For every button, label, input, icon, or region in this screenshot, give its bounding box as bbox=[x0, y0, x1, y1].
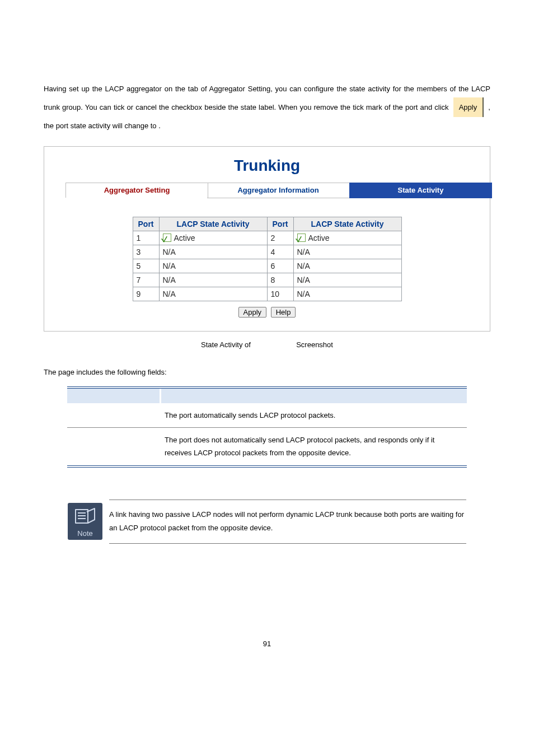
ft-head-object bbox=[67, 388, 160, 403]
inline-apply-button: Apply bbox=[453, 97, 484, 117]
th-port-a: Port bbox=[133, 217, 159, 231]
th-activity-a: LACP State Activity bbox=[159, 217, 267, 231]
ft-desc-passive: The port does not automatically send LAC… bbox=[160, 427, 467, 466]
th-port-b: Port bbox=[267, 217, 293, 231]
intro-pre: Having set up the LACP aggregator on the… bbox=[44, 85, 490, 111]
intro-paragraph: Having set up the LACP aggregator on the… bbox=[44, 80, 490, 135]
activity-cell: N/A bbox=[293, 245, 401, 259]
port-cell: 8 bbox=[267, 273, 293, 287]
port-cell: 4 bbox=[267, 245, 293, 259]
port-cell: 6 bbox=[267, 259, 293, 273]
table-row: 1Active2Active bbox=[133, 231, 401, 245]
caption-a: State Activity of bbox=[201, 340, 251, 349]
ft-obj-passive bbox=[67, 427, 160, 466]
activity-cell: N/A bbox=[159, 287, 267, 301]
trunking-panel: Trunking Aggregator Setting Aggregator I… bbox=[44, 146, 490, 332]
ft-row-passive: The port does not automatically send LAC… bbox=[67, 427, 467, 466]
activity-cell: N/A bbox=[293, 259, 401, 273]
tab-bar: Aggregator Setting Aggregator Informatio… bbox=[65, 183, 491, 198]
apply-button[interactable]: Apply bbox=[238, 307, 267, 318]
fields-intro: The page includes the following fields: bbox=[44, 368, 490, 376]
port-cell: 2 bbox=[267, 231, 293, 245]
th-activity-b: LACP State Activity bbox=[293, 217, 401, 231]
ft-desc-active: The port automatically sends LACP protoc… bbox=[160, 403, 467, 428]
port-cell: 5 bbox=[133, 259, 159, 273]
active-label: Active bbox=[308, 234, 330, 242]
ft-obj-active bbox=[67, 403, 160, 428]
note-text: A link having two passive LACP nodes wil… bbox=[109, 500, 466, 544]
tab-aggregator-setting[interactable]: Aggregator Setting bbox=[65, 183, 208, 198]
note-block: Note A link having two passive LACP node… bbox=[67, 499, 467, 544]
intro-post-b: . bbox=[158, 122, 161, 130]
port-cell: 7 bbox=[133, 273, 159, 287]
ft-row-active: The port automatically sends LACP protoc… bbox=[67, 403, 467, 428]
port-cell: 10 bbox=[267, 287, 293, 301]
table-row: 3N/A4N/A bbox=[133, 245, 401, 259]
activity-cell: N/A bbox=[293, 273, 401, 287]
table-row: 5N/A6N/A bbox=[133, 259, 401, 273]
activity-cell: N/A bbox=[159, 259, 267, 273]
port-cell: 1 bbox=[133, 231, 159, 245]
note-label: Note bbox=[68, 529, 102, 538]
active-checkbox[interactable] bbox=[297, 234, 306, 242]
table-row: 9N/A10N/A bbox=[133, 287, 401, 301]
tab-state-activity[interactable]: State Activity bbox=[349, 183, 492, 198]
panel-button-row: Apply Help bbox=[54, 307, 480, 318]
activity-cell: N/A bbox=[159, 245, 267, 259]
activity-cell: N/A bbox=[293, 287, 401, 301]
activity-cell: N/A bbox=[159, 273, 267, 287]
help-button[interactable]: Help bbox=[271, 307, 296, 318]
page-number: 91 bbox=[44, 640, 490, 648]
tab-aggregator-information[interactable]: Aggregator Information bbox=[207, 183, 349, 198]
note-icon: Note bbox=[68, 503, 102, 540]
activity-cell: Active bbox=[159, 231, 267, 245]
panel-title: Trunking bbox=[54, 157, 480, 175]
table-row: 7N/A8N/A bbox=[133, 273, 401, 287]
fields-table: The port automatically sends LACP protoc… bbox=[67, 386, 467, 468]
active-label: Active bbox=[174, 234, 195, 242]
figure-caption: State Activity of Screenshot bbox=[44, 340, 490, 349]
active-checkbox[interactable] bbox=[163, 234, 171, 242]
ft-head-desc bbox=[160, 388, 467, 403]
state-activity-table: Port LACP State Activity Port LACP State… bbox=[133, 217, 402, 301]
port-cell: 3 bbox=[133, 245, 159, 259]
port-cell: 9 bbox=[133, 287, 159, 301]
activity-cell: Active bbox=[293, 231, 401, 245]
caption-b: Screenshot bbox=[296, 340, 333, 349]
